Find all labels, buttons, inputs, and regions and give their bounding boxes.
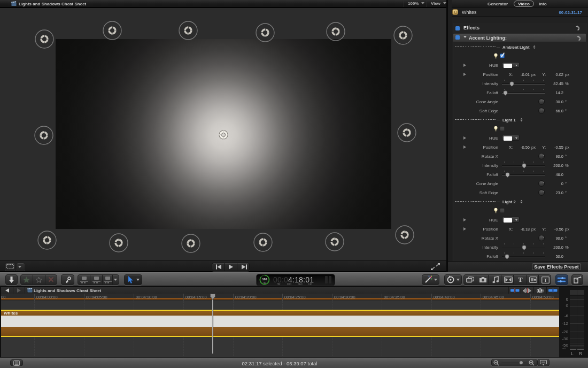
- svg-text:T: T: [544, 278, 547, 283]
- svg-text:%: %: [264, 282, 266, 285]
- svg-text:100: 100: [262, 278, 267, 281]
